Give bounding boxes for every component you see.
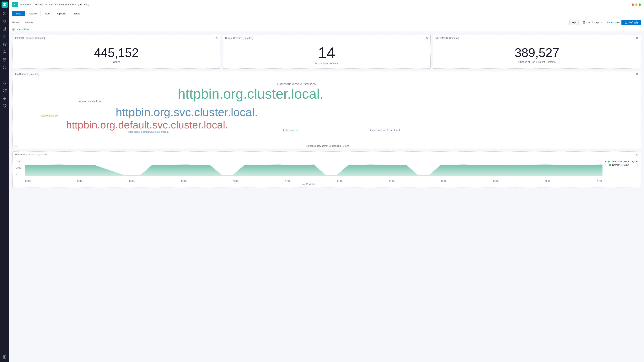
wordcloud-word[interactable]: httpbin.org.svc.cluster.local.	[116, 106, 258, 119]
window-maximize-btn[interactable]	[638, 3, 641, 6]
main-content: K Dashboard / Editing Coredns Overview D…	[9, 0, 644, 362]
cancel-button[interactable]: Cancel	[26, 11, 40, 16]
wordcloud-word[interactable]: kubernaut.io.cluster.local.	[370, 129, 400, 132]
svg-point-22	[4, 357, 5, 358]
legend-name-2: CoreDNS Native	[612, 164, 635, 166]
panel-nxdomain-resize[interactable]: ⤡	[638, 65, 640, 68]
panel-unique-domains-title: Unique Domains [Coredns]	[225, 37, 253, 39]
panel-timeseries-title: Time Series Visualizer [Coredns]	[15, 153, 48, 156]
stat-nxdomain-label: Queries of Non-Existent Domains	[518, 60, 556, 63]
panel-timeseries-gear[interactable]: ⚙	[636, 153, 638, 156]
chart-svg	[25, 160, 602, 176]
svg-marker-28	[25, 165, 602, 176]
chart-area: 10,000 5,000 0	[16, 160, 602, 180]
sidebar-item-tags[interactable]	[1, 79, 8, 86]
panel-timeseries-resize[interactable]: ⤡	[642, 359, 643, 361]
sidebar-item-apm[interactable]	[1, 95, 8, 102]
chart-footer-label: per 30 minutes	[302, 183, 316, 185]
topbar-logo-letter: K	[14, 3, 16, 6]
legend-dot-1	[608, 161, 610, 163]
x-label-12: 17:00	[597, 180, 602, 182]
panel-nxdomain-gear[interactable]: ⚙	[636, 37, 638, 40]
panel-unique-domains-resize[interactable]: ⤡	[428, 65, 430, 68]
svg-rect-4	[4, 28, 5, 30]
sidebar-item-maps[interactable]	[1, 56, 8, 63]
panel-total-dns-body: 445,152 Count	[12, 41, 220, 68]
sidebar-item-layers[interactable]	[1, 41, 8, 48]
search-input[interactable]	[22, 20, 570, 25]
app-logo[interactable]	[2, 1, 8, 8]
sidebar-item-uptime[interactable]	[1, 87, 8, 94]
share-button[interactable]: Share	[70, 11, 84, 16]
warning-icon: ⚠	[15, 145, 17, 147]
svg-point-27	[14, 29, 14, 30]
breadcrumb-separator: /	[34, 3, 34, 6]
show-dates-button[interactable]: Show dates	[607, 21, 620, 24]
wordcloud-word[interactable]: httpbin.org.cluster.local.	[178, 86, 324, 102]
panel-unique-domains-gear[interactable]: ⚙	[426, 37, 428, 40]
panel-total-dns: Total DNS Queries [Coredns] ⚙ 445,152 Co…	[12, 35, 220, 69]
legend-name-1: CoreDNS Kubern...	[611, 160, 631, 163]
panel-nxdomain-title: NXDOMAIN [Coredns]	[435, 37, 458, 39]
sidebar-item-recent[interactable]	[1, 10, 8, 17]
add-filter-button[interactable]: + Add filter	[17, 28, 29, 31]
window-close-btn[interactable]	[632, 3, 634, 6]
sidebar-item-dashboard[interactable]	[1, 33, 8, 40]
filter-input-wrap: KQL	[22, 20, 578, 25]
x-label-5: 13:00	[233, 180, 239, 182]
settings-icon-button[interactable]	[12, 28, 16, 31]
options-button[interactable]: Options	[54, 11, 69, 16]
window-minimize-btn[interactable]	[635, 3, 638, 6]
sidebar-item-user[interactable]	[1, 48, 8, 55]
refresh-button[interactable]: Refresh	[622, 20, 641, 25]
wordcloud-word[interactable]: training.elastic1.co.	[78, 100, 102, 103]
wordcloud-word[interactable]: www.elastic.co.	[41, 114, 58, 117]
legend-dot-2	[609, 164, 611, 166]
x-label-4: 09:00	[181, 180, 187, 182]
sidebar-item-box[interactable]	[1, 64, 8, 71]
date-selector[interactable]: Last 2 days	[580, 20, 606, 25]
x-label-7: 21:00	[337, 180, 343, 182]
wordcloud-warning: ⚠	[15, 145, 17, 147]
panel-wordcloud-gear[interactable]: ⚙	[636, 73, 638, 76]
svg-rect-3	[3, 29, 4, 30]
legend-value-2: 7	[636, 164, 638, 166]
filter-label: Filters	[12, 21, 21, 24]
chart-wrap: 10,000 5,000 0	[16, 160, 602, 185]
legend-expand-icon[interactable]: ▶	[605, 160, 606, 163]
panel-total-dns-title: Total DNS Queries [Coredns]	[15, 37, 45, 39]
panel-nxdomain-body: 389,527 Queries of Non-Existent Domains	[433, 41, 641, 68]
svg-rect-23	[583, 21, 585, 24]
panel-total-dns-resize[interactable]: ⤡	[218, 65, 220, 68]
wordcloud-word[interactable]: httpbin.org.default.svc.cluster.local.	[66, 119, 228, 131]
wordcloud-word[interactable]: kubernaut.io.	[283, 129, 299, 132]
sidebar-item-visualize[interactable]	[1, 25, 8, 32]
save-button[interactable]: Save	[12, 11, 25, 16]
legend-item-1: ▶ CoreDNS Kubern... 8,576	[605, 160, 638, 163]
timeseries-content: 10,000 5,000 0	[16, 160, 638, 185]
topbar: K Dashboard / Editing Coredns Overview D…	[9, 0, 644, 9]
wordcloud-body: httpbin.org.cluster.local.kubernaut.io.s…	[12, 77, 641, 143]
chart-x-labels: 20:00 00:00 05:00 09:00 13:00 17:00 21:0…	[25, 180, 602, 182]
stat-unique-domains-value: 14	[318, 45, 335, 60]
sidebar-item-observability[interactable]	[1, 102, 8, 109]
sidebar-item-logs[interactable]	[1, 72, 8, 79]
refresh-icon	[624, 21, 627, 24]
svg-line-2	[6, 22, 6, 23]
kql-badge[interactable]: KQL	[570, 20, 578, 25]
sidebar-item-discover[interactable]	[1, 18, 8, 25]
wordcloud-inner: httpbin.org.cluster.local.kubernaut.io.s…	[16, 81, 637, 139]
chart-labels-y: 10,000 5,000 0	[16, 160, 24, 176]
sidebar-item-settings[interactable]	[1, 354, 8, 361]
wordcloud-word[interactable]: kubernaut.io.svc.cluster.local.	[277, 82, 317, 86]
breadcrumb-dashboard-link[interactable]: Dashboard	[20, 3, 32, 6]
panel-total-dns-gear[interactable]: ⚙	[215, 37, 218, 40]
wordcloud-word[interactable]: kubernaut.io.default.svc.cluster.local.	[128, 130, 169, 133]
panel-nxdomain: NXDOMAIN [Coredns] ⚙ 389,527 Queries of …	[433, 35, 641, 69]
panel-nxdomain-header: NXDOMAIN [Coredns] ⚙	[433, 35, 641, 41]
add-button[interactable]: Add	[42, 11, 53, 16]
legend-value-1: 8,576	[632, 160, 638, 163]
y-label-mid: 5,000	[16, 167, 24, 169]
stat-nxdomain-value: 389,527	[514, 47, 559, 59]
svg-rect-5	[6, 27, 6, 30]
